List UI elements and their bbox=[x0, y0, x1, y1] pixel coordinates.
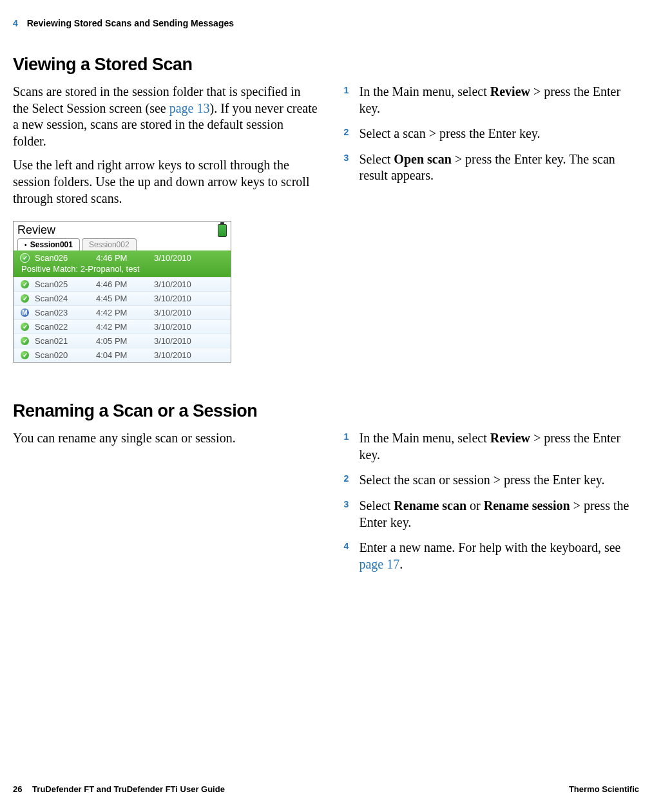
list-item[interactable]: ✓ Scan022 4:42 PM 3/10/2010 bbox=[14, 319, 231, 334]
brand-name: Thermo Scientific bbox=[569, 784, 639, 794]
list-item[interactable]: M Scan023 4:42 PM 3/10/2010 bbox=[14, 305, 231, 319]
step-2: 2Select the scan or session > press the … bbox=[343, 472, 639, 489]
list-item-selected[interactable]: ✓ Scan026 4:46 PM 3/10/2010 Positive Mat… bbox=[14, 250, 231, 277]
link-page-17[interactable]: page 17 bbox=[359, 557, 399, 571]
check-icon: ✓ bbox=[20, 336, 30, 346]
mixture-icon: M bbox=[20, 308, 30, 317]
check-icon: ✓ bbox=[20, 294, 30, 303]
review-screenshot: Review • Session001 Session002 ✓ Scan026… bbox=[13, 221, 231, 363]
check-icon: ✓ bbox=[20, 253, 30, 263]
check-icon: ✓ bbox=[20, 322, 30, 332]
step-3: 3Select Open scan > press the Enter key.… bbox=[343, 151, 639, 184]
list-item[interactable]: ✓ Scan024 4:45 PM 3/10/2010 bbox=[14, 291, 231, 305]
list-item[interactable]: ✓ Scan025 4:46 PM 3/10/2010 bbox=[14, 277, 231, 291]
list-item[interactable]: ✓ Scan021 4:05 PM 3/10/2010 bbox=[14, 334, 231, 348]
step-1: 1In the Main menu, select Review > press… bbox=[343, 430, 639, 463]
running-header: 4 Reviewing Stored Scans and Sending Mes… bbox=[13, 18, 234, 28]
step-3: 3Select Rename scan or Rename session > … bbox=[343, 498, 639, 531]
selected-subtitle: Positive Match: 2-Propanol, test bbox=[20, 264, 224, 274]
scan-list: ✓ Scan026 4:46 PM 3/10/2010 Positive Mat… bbox=[14, 250, 231, 362]
tab-session002[interactable]: Session002 bbox=[82, 238, 137, 250]
chapter-number: 4 bbox=[13, 18, 18, 28]
section-heading-renaming: Renaming a Scan or a Session bbox=[13, 401, 639, 421]
step-2: 2Select a scan > press the Enter key. bbox=[343, 126, 639, 142]
check-icon: ✓ bbox=[20, 350, 30, 360]
doc-title: TruDefender FT and TruDefender FTi User … bbox=[32, 784, 225, 794]
screenshot-title: Review bbox=[17, 223, 55, 237]
link-page-13[interactable]: page 13 bbox=[169, 101, 210, 115]
chapter-title: Reviewing Stored Scans and Sending Messa… bbox=[27, 18, 234, 28]
tab-session001[interactable]: • Session001 bbox=[17, 238, 80, 250]
list-item[interactable]: ✓ Scan020 4:04 PM 3/10/2010 bbox=[14, 348, 231, 362]
check-icon: ✓ bbox=[20, 279, 30, 289]
step-4: 4Enter a new name. For help with the key… bbox=[343, 540, 639, 572]
paragraph: Use the left and right arrow keys to scr… bbox=[13, 157, 318, 207]
page-footer: 26 TruDefender FT and TruDefender FTi Us… bbox=[13, 784, 639, 794]
battery-icon bbox=[218, 224, 227, 237]
page-number: 26 bbox=[13, 784, 22, 794]
paragraph: You can rename any single scan or sessio… bbox=[13, 430, 318, 447]
step-1: 1In the Main menu, select Review > press… bbox=[343, 84, 639, 117]
section-heading-viewing: Viewing a Stored Scan bbox=[13, 55, 639, 75]
paragraph: Scans are stored in the session folder t… bbox=[13, 84, 318, 149]
